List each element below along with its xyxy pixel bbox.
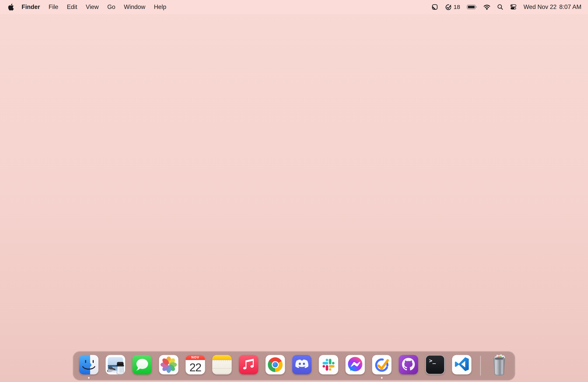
menu-go[interactable]: Go	[107, 3, 115, 11]
dock-item-messenger[interactable]	[346, 355, 365, 374]
dock-item-music[interactable]	[239, 355, 258, 374]
menu-file[interactable]: File	[49, 3, 58, 11]
chrome-blue-core	[273, 362, 278, 367]
finder-icon	[79, 355, 99, 374]
terminal-icon: >_	[425, 355, 445, 374]
menu-window[interactable]: Window	[124, 3, 145, 11]
desktop[interactable]: Finder File Edit View Go Window Help	[0, 0, 588, 382]
slack-icon	[319, 355, 338, 374]
menu-help[interactable]: Help	[154, 3, 166, 11]
messages-icon	[132, 355, 152, 374]
vscode-icon	[452, 355, 472, 374]
calendar-day: 22	[186, 360, 205, 374]
dock: NOV 22	[73, 351, 515, 381]
dock-item-trash[interactable]	[490, 355, 509, 374]
dock-item-finder[interactable]	[79, 355, 99, 374]
messenger-icon	[346, 355, 365, 374]
wifi-icon[interactable]	[483, 4, 490, 10]
dock-item-terminal[interactable]: >_	[425, 355, 445, 374]
dock-divider	[480, 356, 481, 376]
spotlight-search-icon[interactable]	[497, 4, 503, 10]
chrome-color-disc	[268, 357, 283, 372]
calendar-month: NOV	[186, 355, 205, 360]
sticker-peel-icon[interactable]	[431, 3, 438, 11]
apple-menu[interactable]	[8, 4, 14, 11]
menubar-date: Wed Nov 22	[524, 3, 556, 11]
dock-item-messages[interactable]	[132, 355, 152, 374]
battery-icon[interactable]	[467, 4, 477, 10]
dock-item-notes[interactable]	[212, 355, 232, 374]
dock-item-ticktick[interactable]	[372, 355, 392, 374]
dock-item-vscode[interactable]	[452, 355, 472, 374]
trash-full-icon	[490, 353, 509, 373]
dock-item-discord[interactable]	[292, 355, 312, 374]
github-icon	[399, 355, 418, 374]
menu-view[interactable]: View	[86, 3, 99, 11]
preview-icon	[106, 355, 125, 374]
control-center-icon[interactable]	[510, 3, 517, 11]
terminal-prompt-glyph: >_	[429, 358, 436, 364]
menu-finder[interactable]: Finder	[21, 3, 40, 11]
menu-edit[interactable]: Edit	[67, 3, 77, 11]
menubar-clock[interactable]: Wed Nov 22 8:07 AM	[524, 3, 581, 11]
notes-paper	[212, 361, 232, 374]
music-icon	[239, 355, 258, 374]
dock-item-preview[interactable]	[106, 355, 125, 374]
menubar-time: 8:07 AM	[559, 3, 581, 11]
tasks-count: 18	[454, 4, 460, 10]
dock-item-chrome[interactable]	[266, 355, 285, 374]
status-menu-area: 18	[431, 3, 581, 11]
ticktick-menu-item[interactable]: 18	[445, 3, 460, 11]
apple-logo-icon	[8, 4, 14, 11]
notes-icon	[212, 355, 232, 374]
calendar-icon: NOV 22	[186, 355, 205, 374]
discord-icon	[292, 355, 312, 374]
dock-item-github[interactable]	[399, 355, 418, 374]
ticktick-icon	[372, 355, 392, 374]
dock-item-slack[interactable]	[319, 355, 338, 374]
loupe	[117, 362, 124, 374]
app-menus: Finder File Edit View Go Window Help	[21, 3, 166, 11]
notes-yellow-band	[212, 355, 232, 360]
menu-bar: Finder File Edit View Go Window Help	[0, 0, 588, 14]
dock-item-photos[interactable]	[159, 355, 178, 374]
chrome-icon	[266, 355, 285, 374]
dock-item-calendar[interactable]: NOV 22	[186, 355, 205, 374]
photos-icon	[159, 355, 178, 374]
notes-tear-line	[212, 360, 232, 361]
